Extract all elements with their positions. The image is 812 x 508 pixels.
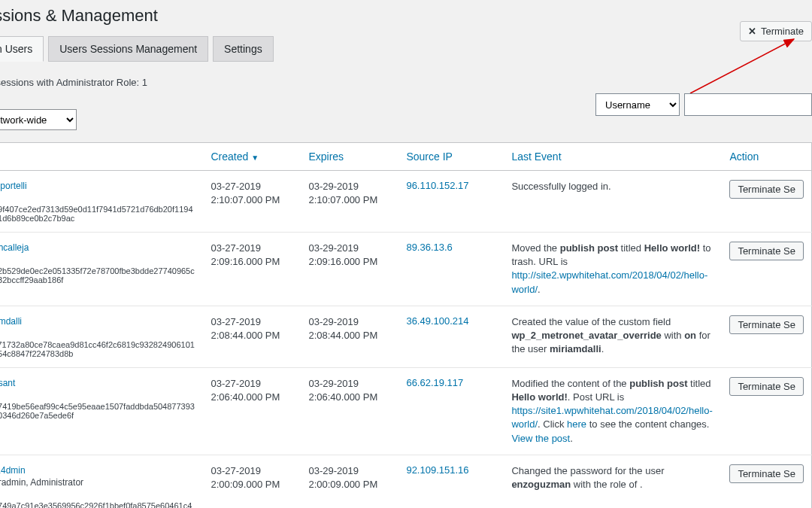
table-row: diportellie9f407ce2ed7313d59e0d11f7941d5… — [0, 171, 812, 233]
col-last-event[interactable]: Last Event — [504, 143, 722, 171]
tab-2[interactable]: Settings — [213, 36, 274, 62]
page-title: essions & Management — [0, 0, 812, 36]
event-link[interactable]: http://site2.wpwhitehat.com/2018/04/02/h… — [511, 269, 707, 294]
col-user[interactable] — [0, 143, 203, 171]
search-input[interactable] — [684, 93, 812, 116]
tab-1[interactable]: Users Sessions Management — [48, 36, 208, 62]
terminate-session-button[interactable]: Terminate Se — [729, 315, 804, 334]
table-row: dsant37419be56eaf99c4c5e95eaae1507faddbd… — [0, 367, 812, 455]
session-hash: ff2b529de0ec2e051335f72e78700fbe3bdde277… — [0, 266, 195, 284]
search-mode-select[interactable]: Username — [595, 93, 680, 116]
user-link[interactable]: dsant — [0, 378, 15, 388]
session-hash: e9f407ce2ed7313d59e0d11f7941d5721d76db20… — [0, 205, 195, 223]
terminate-session-button[interactable]: Terminate Se — [729, 242, 804, 260]
created-cell: 03-27-20192:00:09.000 PM — [203, 455, 301, 508]
user-roles: eradmin, Administrator — [0, 477, 195, 488]
source-ip-link[interactable]: 89.36.13.6 — [406, 242, 452, 253]
last-event-cell: Successfully logged in. — [504, 171, 722, 233]
col-created[interactable]: Created▼ — [203, 143, 301, 171]
table-row: amdallic71732a80ce78caea9d81cc46f2c6819c… — [0, 306, 812, 367]
expires-cell: 03-29-20192:08:44.000 PM — [301, 306, 398, 367]
terminate-session-button[interactable]: Terminate Se — [729, 464, 804, 483]
session-hash: c71732a80ce78caea9d81cc46f2c6819c9328249… — [0, 340, 195, 358]
col-action: Action — [722, 143, 811, 171]
session-hash: 2749a7c91e3e3569956c2926f1bbef0fa8575e60… — [0, 501, 195, 508]
terminate-session-button[interactable]: Terminate Se — [729, 377, 804, 396]
tab-0[interactable]: n Users — [0, 36, 44, 62]
terminate-all-button[interactable]: ✕ Terminate — [740, 21, 812, 41]
last-event-cell: Moved the publish post titled Hello worl… — [504, 233, 722, 306]
user-link[interactable]: amdalli — [0, 316, 22, 327]
source-ip-link[interactable]: 92.109.151.16 — [406, 464, 468, 476]
sort-desc-icon: ▼ — [251, 154, 259, 162]
sessions-table: Created▼ Expires Source IP Last Event Ac… — [0, 142, 812, 508]
event-link[interactable]: here — [567, 418, 586, 430]
last-event-cell: Changed the password for the user enzogu… — [504, 455, 722, 508]
user-link[interactable]: :14dmin — [0, 465, 26, 476]
col-expires[interactable]: Expires — [301, 143, 398, 171]
terminate-session-button[interactable]: Terminate Se — [729, 180, 804, 199]
last-event-cell: Created the value of the custom field wp… — [504, 306, 722, 367]
created-cell: 03-27-20192:06:40.000 PM — [203, 367, 301, 455]
event-link[interactable]: https://site1.wpwhitehat.com/2018/04/02/… — [511, 405, 712, 430]
admin-session-count: of sessions with Administrator Role: 1 — [0, 77, 147, 109]
created-cell: 03-27-20192:08:44.000 PM — [203, 306, 301, 367]
tabs: n UsersUsers Sessions ManagementSettings — [0, 36, 812, 62]
event-link[interactable]: View the post — [511, 433, 570, 444]
session-hash: 37419be56eaf99c4c5e95eaae1507faddbda5048… — [0, 402, 195, 420]
expires-cell: 03-29-20192:00:09.000 PM — [301, 455, 398, 508]
source-ip-link[interactable]: 66.62.19.117 — [406, 377, 463, 388]
source-ip-link[interactable]: 36.49.100.214 — [406, 315, 468, 327]
user-link[interactable]: diportelli — [0, 181, 27, 191]
close-icon: ✕ — [748, 26, 756, 37]
source-ip-link[interactable]: 96.110.152.17 — [406, 180, 468, 191]
table-row: :14dmineradmin, Administrator2749a7c91e3… — [0, 455, 812, 508]
expires-cell: 03-29-20192:09:16.000 PM — [301, 233, 398, 306]
table-row: phcallejaff2b529de0ec2e051335f72e78700fb… — [0, 233, 812, 306]
col-source-ip[interactable]: Source IP — [398, 143, 504, 171]
expires-cell: 03-29-20192:10:07.000 PM — [301, 171, 398, 233]
user-link[interactable]: phcalleja — [0, 242, 29, 253]
created-cell: 03-27-20192:09:16.000 PM — [203, 233, 301, 306]
created-cell: 03-27-20192:10:07.000 PM — [203, 171, 301, 233]
last-event-cell: Modified the content of the publish post… — [504, 367, 722, 455]
expires-cell: 03-29-20192:06:40.000 PM — [301, 367, 398, 455]
terminate-all-label: Terminate — [761, 26, 804, 37]
network-filter-select[interactable]: etwork-wide — [0, 109, 77, 130]
